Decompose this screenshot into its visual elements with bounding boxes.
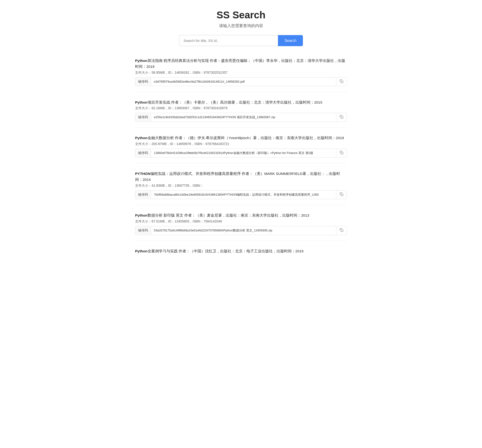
copy-button-4[interactable] [336, 226, 347, 235]
code-row-1: 秘传码 e255e1c9c81f0dd1bed72bf252c1d119#651… [135, 113, 347, 122]
result-meta-1: 文件大小：62.16MB，ID：13883067，ISBN：9787302415… [135, 106, 347, 110]
svg-rect-1 [341, 116, 343, 118]
result-title-rest-1: 项目开发实战 作者：（美）卡塞尔，（美）高尔德著，出版社：北京：清华大学出版社，… [148, 100, 323, 104]
result-title-rest-2: 金融大数据分析 作者：（德）伊夫·希尔皮斯科（YvesHilpisch）著，出版… [148, 136, 344, 140]
code-value-1: e255e1c9c81f0dd1bed72bf252c1d119#6518438… [151, 113, 336, 121]
list-item: Python数据分析 影印版 英文 作者：（美）麦金尼著，出版社：南京：东南大学… [135, 213, 347, 241]
search-input[interactable] [179, 35, 278, 46]
code-value-0: e3d789579ua4b5982ed6ec9a27f8c1b0#6181481… [151, 78, 336, 85]
result-meta-3: 文件大小：41.83MB，ID：13607735，ISBN： [135, 184, 347, 188]
copy-button-0[interactable] [336, 77, 347, 86]
code-row-0: 秘传码 e3d789579ua4b5982ed6ec9a27f8c1b0#618… [135, 77, 347, 86]
code-row-4: 秘传码 53a3376175a5c49f6b68a15e61efd222#707… [135, 226, 347, 235]
subtitle: 请输入您需要查询的内容 [135, 23, 347, 29]
result-title-3: PYTHON编程实战：运用设计模式、并发和程序创建高质量程序 作者：（美）MAR… [135, 171, 347, 183]
result-title-rest-5: 全案例学习与实践 作者：（中国）沈红卫，出版社：北京：电子工业出版社，出版时间：… [148, 249, 304, 253]
result-title-bold-1: Python [135, 100, 148, 104]
list-item: PYTHON编程实战：运用设计模式、并发和程序创建高质量程序 作者：（美）MAR… [135, 171, 347, 205]
copy-button-3[interactable] [336, 191, 347, 199]
result-title-bold-5: Python [135, 249, 148, 253]
code-label-1: 秘传码 [135, 113, 151, 121]
list-item: Python全案例学习与实践 作者：（中国）沈红卫，出版社：北京：电子工业出版社… [135, 248, 347, 261]
result-title-rest-0: 算法指南 程序员经典算法分析与实现 作者：盛东亮责任编辑；（中国）李永华，出版社… [135, 59, 345, 69]
result-title-bold-4: Python [135, 213, 148, 217]
code-value-2: 13993ef75k0cf14296ce29bbb5b7f5cd#2106232… [151, 149, 336, 157]
result-title-bold-2: Python [135, 136, 148, 140]
result-title-bold-3: PYTHON [135, 172, 150, 176]
code-label-4: 秘传码 [135, 226, 151, 234]
result-title-4: Python数据分析 影印版 英文 作者：（美）麦金尼著，出版社：南京：东南大学… [135, 213, 347, 218]
code-row-3: 秘传码 7b0f68a88baca80c1b0be19e900818c5#438… [135, 190, 347, 199]
result-title-rest-3: 编程实战：运用设计模式、并发和程序创建高质量程序 作者：（美）MARK SUMM… [135, 172, 340, 182]
svg-rect-4 [341, 230, 343, 232]
code-row-2: 秘传码 13993ef75k0cf14296ce29bbb5b7f5cd#210… [135, 149, 347, 158]
page-title: SS Search [135, 9, 347, 21]
search-button[interactable]: Search [278, 35, 303, 46]
code-value-3: 7b0f68a88baca80c1b0be19e900818c5#4386138… [151, 191, 336, 199]
copy-button-1[interactable] [336, 113, 347, 121]
result-meta-0: 文件大小：58.95MB，ID：14656262，ISBN：9787302531… [135, 71, 347, 75]
result-title-rest-4: 数据分析 影印版 英文 作者：（美）麦金尼著，出版社：南京：东南大学出版社，出版… [148, 213, 309, 217]
svg-rect-0 [341, 81, 343, 83]
code-label-3: 秘传码 [135, 191, 151, 199]
result-title-bold-0: Python [135, 59, 148, 63]
result-title-5: Python全案例学习与实践 作者：（中国）沈红卫，出版社：北京：电子工业出版社… [135, 248, 347, 254]
result-meta-4: 文件大小：67.51MB，ID：13455605，ISBN：7564142049 [135, 219, 347, 224]
list-item: Python算法指南 程序员经典算法分析与实现 作者：盛东亮责任编辑；（中国）李… [135, 58, 347, 92]
results-list: Python算法指南 程序员经典算法分析与实现 作者：盛东亮责任编辑；（中国）李… [135, 58, 347, 261]
result-title-2: Python金融大数据分析 作者：（德）伊夫·希尔皮斯科（YvesHilpisc… [135, 135, 347, 141]
svg-rect-3 [341, 194, 343, 196]
code-label-0: 秘传码 [135, 78, 151, 86]
result-meta-2: 文件大小：200.87MB，ID：14659978，ISBN：978756418… [135, 142, 347, 146]
copy-button-2[interactable] [336, 149, 347, 157]
result-title-0: Python算法指南 程序员经典算法分析与实现 作者：盛东亮责任编辑；（中国）李… [135, 58, 347, 70]
code-label-2: 秘传码 [135, 149, 151, 157]
svg-rect-2 [341, 152, 343, 154]
result-title-1: Python项目开发实战 作者：（美）卡塞尔，（美）高尔德著，出版社：北京：清华… [135, 100, 347, 105]
list-item: Python项目开发实战 作者：（美）卡塞尔，（美）高尔德著，出版社：北京：清华… [135, 100, 347, 128]
page-container: SS Search 请输入您需要查询的内容 Search Python算法指南 … [135, 9, 347, 261]
search-bar: Search [135, 35, 347, 46]
header: SS Search 请输入您需要查询的内容 [135, 9, 347, 29]
code-value-4: 53a3376175a5c49f6b68a15e61efd222#7078568… [151, 226, 336, 234]
list-item: Python金融大数据分析 作者：（德）伊夫·希尔皮斯科（YvesHilpisc… [135, 135, 347, 163]
